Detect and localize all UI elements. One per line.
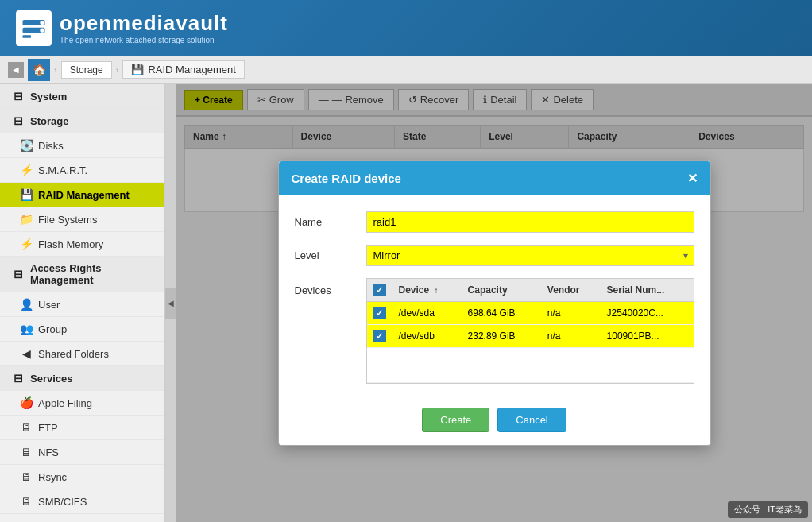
level-label: Level xyxy=(295,245,358,261)
level-select-wrapper: Mirror Stripe RAID5 RAID6 ▾ xyxy=(366,245,694,266)
name-label: Name xyxy=(295,211,358,228)
dialog-cancel-button[interactable]: Cancel xyxy=(497,408,566,432)
devices-table-wrapper: ✓ Device ↑ Capacity Vendor Serial Num... xyxy=(366,278,694,384)
header: openmediavault The open network attached… xyxy=(0,0,812,56)
col-check[interactable]: ✓ xyxy=(367,279,392,302)
dialog-footer: Create Cancel xyxy=(279,400,710,445)
system-icon: ⊟ xyxy=(12,90,25,102)
sidebar-item-sharedfolders[interactable]: ◀ Shared Folders xyxy=(0,342,164,366)
dialog-close-button[interactable]: ✕ xyxy=(687,171,698,186)
sdb-serial: 100901PB... xyxy=(601,325,694,348)
sda-serial: J2540020C... xyxy=(601,302,694,325)
applefiling-icon: 🍎 xyxy=(20,396,33,409)
sda-device: /dev/sda xyxy=(392,302,462,325)
level-row: Level Mirror Stripe RAID5 RAID6 ▾ xyxy=(295,245,694,266)
device-row-sda[interactable]: ✓ /dev/sda 698.64 GiB n/a J2540020C... xyxy=(367,302,694,325)
services-icon: ⊟ xyxy=(12,372,25,385)
home-button[interactable]: 🏠 xyxy=(28,59,50,81)
breadcrumb-sep2: › xyxy=(116,65,119,75)
sdb-checkbox-icon[interactable]: ✓ xyxy=(373,330,386,342)
col-device-inner[interactable]: Device ↑ xyxy=(392,279,462,302)
sidebar-item-user[interactable]: 👤 User xyxy=(0,292,164,317)
sidebar-item-raid[interactable]: 💾 RAID Management xyxy=(0,183,164,207)
svg-rect-2 xyxy=(23,35,32,38)
sdb-capacity: 232.89 GiB xyxy=(462,325,541,348)
flashmemory-icon: ⚡ xyxy=(20,238,33,250)
dialog-header: Create RAID device ✕ xyxy=(279,161,710,195)
sidebar-item-flashmemory[interactable]: ⚡ Flash Memory xyxy=(0,232,164,257)
sidebar-item-filesystems[interactable]: 📁 File Systems xyxy=(0,207,164,232)
sda-checkbox-icon[interactable]: ✓ xyxy=(373,307,386,319)
sidebar-item-group[interactable]: 👥 Group xyxy=(0,317,164,342)
sdb-vendor: n/a xyxy=(541,325,601,348)
storage-icon: ⊟ xyxy=(12,114,25,127)
breadcrumb-raid: 💾 RAID Management xyxy=(122,60,245,79)
level-select[interactable]: Mirror Stripe RAID5 RAID6 xyxy=(366,245,694,266)
devices-label: Devices xyxy=(295,278,358,296)
devices-row: Devices ✓ Device ↑ Capacity xyxy=(295,278,694,384)
sidebar: ⊟ System ⊟ Storage 💽 Disks ⚡ S.M.A.R.T. … xyxy=(0,84,165,522)
sidebar-item-ssh[interactable]: 🖥 SSH xyxy=(0,514,164,522)
sidebar-item-smart[interactable]: ⚡ S.M.A.R.T. xyxy=(0,158,164,183)
name-row: Name xyxy=(295,211,694,233)
sidebar-item-access[interactable]: ⊟ Access Rights Management xyxy=(0,257,164,292)
col-serial[interactable]: Serial Num... xyxy=(601,279,694,302)
dialog-title: Create RAID device xyxy=(292,172,401,185)
sda-capacity: 698.64 GiB xyxy=(462,302,541,325)
breadcrumb-storage[interactable]: Storage xyxy=(61,61,112,79)
sidebar-item-nfs[interactable]: 🖥 NFS xyxy=(0,440,164,465)
group-icon: 👥 xyxy=(20,323,33,335)
sidebar-item-applefiling[interactable]: 🍎 Apple Filing xyxy=(0,391,164,416)
sidebar-collapse-button[interactable]: ◀ xyxy=(165,288,176,319)
main-layout: ⊟ System ⊟ Storage 💽 Disks ⚡ S.M.A.R.T. … xyxy=(0,84,812,522)
sda-check[interactable]: ✓ xyxy=(367,302,392,325)
sidebar-item-services[interactable]: ⊟ Services xyxy=(0,366,164,391)
device-row-empty2 xyxy=(367,365,694,383)
devices-table: ✓ Device ↑ Capacity Vendor Serial Num... xyxy=(367,279,694,383)
user-icon: 👤 xyxy=(20,298,33,311)
smart-icon: ⚡ xyxy=(20,164,33,176)
create-raid-dialog: Create RAID device ✕ Name Level xyxy=(278,160,711,446)
header-checkbox[interactable]: ✓ xyxy=(373,284,386,296)
ftp-icon: 🖥 xyxy=(20,421,33,434)
nfs-icon: 🖥 xyxy=(20,446,33,458)
rsync-icon: 🖥 xyxy=(20,470,33,483)
logo-subtitle: The open network attached storage soluti… xyxy=(60,36,228,44)
logo-svg xyxy=(20,14,48,42)
name-input[interactable] xyxy=(366,211,694,233)
sdb-check[interactable]: ✓ xyxy=(367,325,392,348)
col-vendor[interactable]: Vendor xyxy=(541,279,601,302)
device-row-sdb[interactable]: ✓ /dev/sdb 232.89 GiB n/a 100901PB... xyxy=(367,325,694,348)
device-row-empty1 xyxy=(367,348,694,365)
logo-title: openmediavault xyxy=(60,11,228,36)
access-icon: ⊟ xyxy=(12,268,25,280)
logo-icon xyxy=(16,10,52,46)
breadcrumb-raid-label: RAID Management xyxy=(148,64,236,75)
breadcrumb-bar: ◀ 🏠 › Storage › 💾 RAID Management xyxy=(0,56,812,84)
sidebar-item-disks[interactable]: 💽 Disks xyxy=(0,133,164,158)
watermark: 公众号 · IT老菜鸟 xyxy=(728,501,808,518)
col-capacity-inner[interactable]: Capacity xyxy=(462,279,541,302)
sidebar-item-smb[interactable]: 🖥 SMB/CIFS xyxy=(0,489,164,514)
logo-text: openmediavault The open network attached… xyxy=(60,11,228,44)
sdb-device: /dev/sdb xyxy=(392,325,462,348)
sidebar-item-rsync[interactable]: 🖥 Rsync xyxy=(0,465,164,489)
sidebar-item-system[interactable]: ⊟ System xyxy=(0,84,164,109)
dialog-create-button[interactable]: Create xyxy=(422,408,489,432)
sidebar-item-ftp[interactable]: 🖥 FTP xyxy=(0,416,164,440)
raid-nav-icon: 💾 xyxy=(20,188,33,201)
smb-icon: 🖥 xyxy=(20,495,33,508)
svg-point-3 xyxy=(40,20,44,24)
dialog-body: Name Level Mirror Stripe RAID5 RAID6 xyxy=(279,195,710,400)
logo: openmediavault The open network attached… xyxy=(16,10,228,46)
sharedfolders-icon: ◀ xyxy=(20,347,33,360)
filesystems-icon: 📁 xyxy=(20,213,33,226)
content-area: + Create ✂ Grow — — Remove ↺ Recover ℹ D… xyxy=(176,84,812,522)
raid-icon: 💾 xyxy=(131,64,144,75)
svg-point-4 xyxy=(40,28,44,32)
breadcrumb-sep1: › xyxy=(54,65,57,75)
sidebar-item-storage[interactable]: ⊟ Storage xyxy=(0,109,164,133)
disks-icon: 💽 xyxy=(20,139,33,152)
sidebar-toggle-button[interactable]: ◀ xyxy=(8,62,24,78)
sda-vendor: n/a xyxy=(541,302,601,325)
